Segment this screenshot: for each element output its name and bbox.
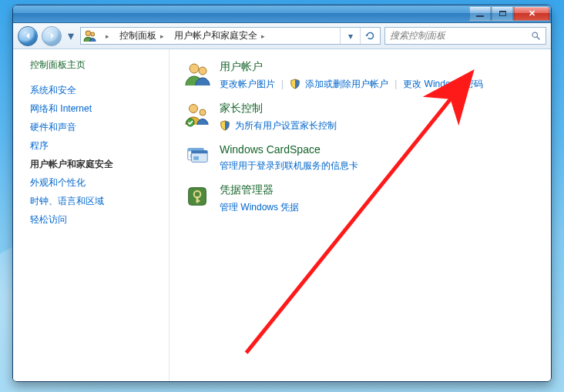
svg-rect-13 — [191, 150, 207, 153]
nav-history-dropdown[interactable]: ▾ — [65, 28, 76, 44]
refresh-button[interactable] — [360, 28, 380, 44]
refresh-icon — [365, 31, 375, 41]
control-panel-window: ✕ ▾ ▸ 控制面板▸ 用户帐户和家庭安全▸ ▾ — [12, 5, 552, 382]
svg-rect-17 — [196, 196, 199, 203]
breadcrumb-control-panel[interactable]: 控制面板▸ — [116, 28, 170, 44]
breadcrumb-root[interactable]: ▸ — [98, 28, 116, 44]
minimize-button[interactable] — [469, 7, 491, 21]
section-title[interactable]: 凭据管理器 — [220, 183, 299, 197]
svg-point-5 — [199, 67, 206, 75]
address-bar[interactable]: ▸ 控制面板▸ 用户帐户和家庭安全▸ ▾ — [80, 27, 381, 45]
user-accounts-icon — [183, 60, 211, 88]
category-icon — [81, 28, 98, 44]
search-input[interactable]: 搜索控制面板 — [384, 27, 546, 45]
section-parental: 家长控制 为所有用户设置家长控制 — [183, 102, 537, 132]
breadcrumb-label: 用户帐户和家庭安全 — [174, 29, 257, 42]
sidebar-item-users[interactable]: 用户帐户和家庭安全 — [30, 155, 164, 173]
sidebar-item-ease[interactable]: 轻松访问 — [30, 210, 164, 229]
sidebar-item-network[interactable]: 网络和 Internet — [30, 99, 164, 118]
link-parental-setup[interactable]: 为所有用户设置家长控制 — [235, 119, 337, 132]
section-title[interactable]: Windows CardSpace — [220, 143, 358, 156]
sidebar: 控制面板主页 系统和安全 网络和 Internet 硬件和声音 程序 用户帐户和… — [13, 49, 170, 381]
arrow-left-icon — [23, 31, 33, 41]
link-change-picture[interactable]: 更改帐户图片 — [220, 77, 275, 91]
svg-point-7 — [200, 109, 206, 116]
parental-icon — [183, 102, 211, 129]
section-title[interactable]: 用户帐户 — [220, 60, 483, 74]
arrow-right-icon — [47, 31, 57, 41]
sidebar-item-appearance[interactable]: 外观和个性化 — [30, 173, 164, 192]
sidebar-item-system[interactable]: 系统和安全 — [30, 81, 164, 99]
svg-point-8 — [186, 119, 194, 126]
section-cardspace: Windows CardSpace 管理用于登录到联机服务的信息卡 — [183, 143, 537, 173]
svg-rect-14 — [193, 156, 199, 160]
link-manage-cards[interactable]: 管理用于登录到联机服务的信息卡 — [220, 159, 358, 173]
svg-point-2 — [532, 32, 538, 38]
main-panel: 用户帐户 更改帐户图片 | 添加或删除用户帐户 | 更改 Windows 密码 — [170, 49, 551, 381]
navbar: ▾ ▸ 控制面板▸ 用户帐户和家庭安全▸ ▾ 搜索控制面板 — [13, 23, 551, 49]
link-add-remove-user[interactable]: 添加或删除用户帐户 — [305, 77, 388, 91]
sidebar-item-clock[interactable]: 时钟、语言和区域 — [30, 192, 164, 210]
annotation-arrow — [170, 49, 551, 381]
svg-point-0 — [86, 31, 90, 35]
link-change-password[interactable]: 更改 Windows 密码 — [403, 77, 482, 91]
shield-icon — [290, 79, 300, 89]
back-button[interactable] — [18, 26, 38, 46]
svg-rect-18 — [196, 200, 200, 202]
sidebar-item-programs[interactable]: 程序 — [30, 136, 164, 155]
search-placeholder: 搜索控制面板 — [390, 29, 445, 42]
maximize-button[interactable] — [492, 7, 513, 21]
section-title[interactable]: 家长控制 — [220, 102, 337, 116]
cardspace-icon — [183, 143, 211, 171]
close-button[interactable]: ✕ — [514, 7, 549, 21]
sidebar-home[interactable]: 控制面板主页 — [30, 59, 164, 72]
titlebar: ✕ — [13, 5, 551, 23]
breadcrumb-current[interactable]: 用户帐户和家庭安全▸ — [170, 28, 271, 44]
shield-icon — [220, 120, 230, 131]
breadcrumb-label: 控制面板 — [119, 29, 156, 42]
svg-point-6 — [190, 105, 198, 113]
svg-point-4 — [190, 64, 199, 73]
sidebar-item-hardware[interactable]: 硬件和声音 — [30, 118, 164, 136]
content-area: 控制面板主页 系统和安全 网络和 Internet 硬件和声音 程序 用户帐户和… — [13, 49, 551, 381]
search-icon — [531, 31, 541, 41]
svg-point-1 — [90, 32, 94, 36]
credentials-icon — [183, 183, 211, 211]
forward-button[interactable] — [42, 26, 62, 46]
address-dropdown[interactable]: ▾ — [340, 28, 360, 44]
link-manage-credentials[interactable]: 管理 Windows 凭据 — [220, 200, 299, 214]
section-user-accounts: 用户帐户 更改帐户图片 | 添加或删除用户帐户 | 更改 Windows 密码 — [183, 60, 537, 91]
svg-line-3 — [537, 37, 539, 39]
section-credentials: 凭据管理器 管理 Windows 凭据 — [183, 183, 537, 214]
